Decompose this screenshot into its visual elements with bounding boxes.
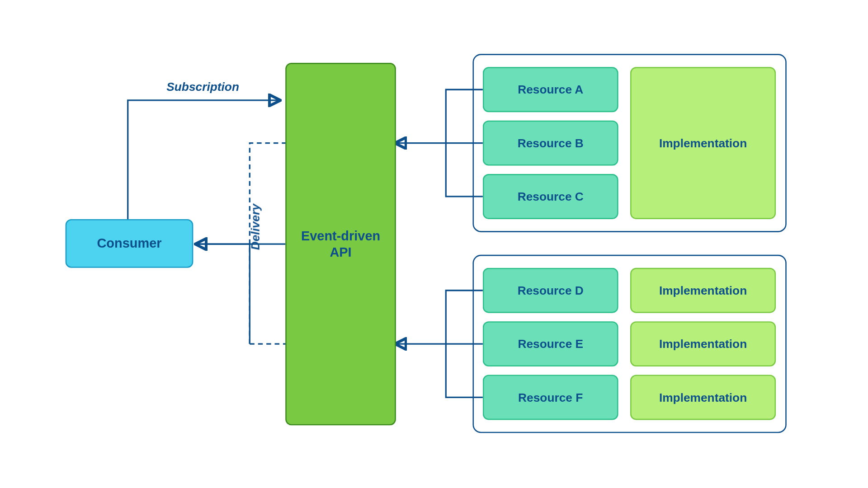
resource-b: Resource B [483, 120, 618, 165]
implementation-label: Implementation [659, 283, 747, 298]
resource-label: Resource C [518, 189, 584, 204]
subscription-label: Subscription [166, 80, 239, 94]
implementation-label: Implementation [659, 390, 747, 405]
resource-d: Resource D [483, 268, 618, 313]
resource-c: Resource C [483, 174, 618, 219]
consumer-box: Consumer [66, 219, 193, 268]
resource-label: Resource E [518, 336, 583, 351]
resource-e: Resource E [483, 321, 618, 366]
implementation-box: Implementation [630, 67, 776, 219]
implementation-box: Implementation [630, 375, 776, 420]
implementation-label: Implementation [659, 136, 747, 150]
delivery-label: Delivery [249, 204, 262, 250]
api-label: Event-driven API [301, 228, 380, 260]
consumer-label: Consumer [97, 235, 161, 252]
diagram-stage: Consumer Event-driven API Subscription D… [0, 0, 868, 488]
resource-label: Resource D [518, 283, 584, 298]
implementation-box: Implementation [630, 321, 776, 366]
resource-f: Resource F [483, 375, 618, 420]
implementation-label: Implementation [659, 336, 747, 351]
implementation-box: Implementation [630, 268, 776, 313]
resource-label: Resource A [518, 82, 583, 97]
resource-label: Resource F [518, 390, 583, 405]
resource-a: Resource A [483, 67, 618, 112]
resource-label: Resource B [518, 136, 584, 150]
api-box: Event-driven API [285, 63, 396, 425]
